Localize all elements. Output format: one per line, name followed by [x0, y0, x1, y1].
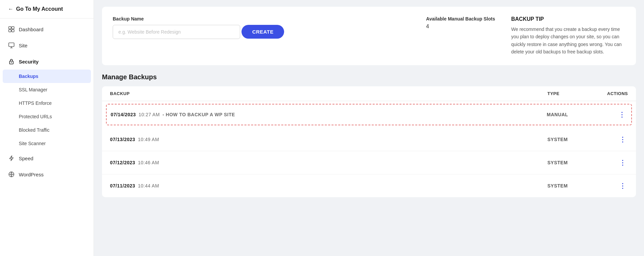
- security-label: Security: [19, 59, 39, 65]
- backup-cell-2: 07/13/2023 10:49 AM: [110, 137, 547, 142]
- backup-form: Backup Name CREATE: [113, 16, 410, 46]
- more-options-button-4[interactable]: ⋮: [617, 180, 628, 191]
- table-row: 07/14/2023 10:27 AM - How to Backup a WP…: [106, 104, 632, 125]
- backup-tip-section: BACKUP TIP We recommend that you create …: [511, 16, 625, 56]
- sidebar-item-site[interactable]: Site: [0, 37, 94, 53]
- tip-text: We recommend that you create a backup ev…: [511, 26, 625, 56]
- svg-rect-4: [9, 43, 14, 47]
- backup-time-3: 10:46 AM: [138, 160, 159, 165]
- sidebar: ← Go To My Account Dashboard: [0, 0, 94, 256]
- sidebar-sub-item-blocked-traffic[interactable]: Blocked Traffic: [0, 123, 94, 137]
- account-link-label: Go To My Account: [16, 6, 63, 12]
- wordpress-label: WordPress: [19, 172, 44, 177]
- more-options-button-1[interactable]: ⋮: [616, 109, 627, 120]
- go-to-account-button[interactable]: ← Go To My Account: [0, 0, 94, 18]
- dashboard-label: Dashboard: [19, 27, 43, 32]
- backup-type-3: System: [547, 160, 594, 165]
- manage-backups-title: Manage Backups: [102, 73, 636, 81]
- backup-type-4: System: [547, 183, 594, 188]
- backup-actions-1: ⋮: [594, 109, 627, 120]
- slots-label: Available Manual Backup Slots: [426, 16, 495, 22]
- manage-backups-section: Manage Backups Backup Type Actions 07/14…: [102, 73, 636, 197]
- backup-type-2: System: [547, 137, 594, 142]
- backup-type-1: Manual: [547, 112, 594, 117]
- sidebar-item-wordpress[interactable]: WordPress: [0, 166, 94, 182]
- backup-time-4: 10:44 AM: [138, 183, 159, 188]
- monitor-icon: [8, 42, 15, 49]
- col-header-actions: Actions: [594, 91, 628, 96]
- main-content: Backup Name CREATE Available Manual Back…: [94, 0, 644, 256]
- sidebar-sub-item-ssl-manager[interactable]: SSL Manager: [0, 83, 94, 96]
- backup-cell-4: 07/11/2023 10:44 AM: [110, 183, 547, 188]
- site-label: Site: [19, 43, 28, 48]
- backup-cell-1: 07/14/2023 10:27 AM - How to Backup a WP…: [111, 112, 547, 117]
- svg-rect-2: [9, 30, 11, 32]
- backup-actions-3: ⋮: [594, 157, 628, 168]
- slots-value: 4: [426, 24, 495, 30]
- arrow-left-icon: ←: [8, 6, 13, 12]
- backup-slots-section: Available Manual Backup Slots 4: [426, 16, 495, 30]
- svg-rect-0: [9, 27, 11, 29]
- backup-time-2: 10:49 AM: [138, 137, 159, 142]
- svg-rect-1: [12, 27, 14, 29]
- backup-date-1: 07/14/2023: [111, 112, 136, 117]
- backup-actions-2: ⋮: [594, 134, 628, 145]
- table-row: 07/11/2023 10:44 AM System ⋮: [102, 174, 636, 197]
- create-button[interactable]: CREATE: [241, 25, 284, 39]
- backup-name-label: Backup Name: [113, 16, 410, 22]
- sidebar-sub-item-https-enforce[interactable]: HTTPS Enforce: [0, 96, 94, 110]
- backup-date-4: 07/11/2023: [110, 183, 135, 188]
- sidebar-sub-item-backups[interactable]: Backups: [3, 70, 91, 83]
- col-header-type: Type: [547, 91, 594, 96]
- tip-title: BACKUP TIP: [511, 16, 625, 22]
- sidebar-item-speed[interactable]: Speed: [0, 150, 94, 166]
- svg-point-6: [11, 62, 12, 63]
- table-header: Backup Type Actions: [102, 86, 636, 101]
- backup-name-input[interactable]: [113, 25, 240, 39]
- sidebar-sub-item-site-scanner[interactable]: Site Scanner: [0, 137, 94, 150]
- col-header-backup: Backup: [110, 91, 547, 96]
- backup-date-3: 07/12/2023: [110, 160, 135, 165]
- grid-icon: [8, 26, 15, 33]
- table-row: 07/12/2023 10:46 AM System ⋮: [102, 151, 636, 174]
- table-row: 07/13/2023 10:49 AM System ⋮: [102, 128, 636, 151]
- backup-cell-3: 07/12/2023 10:46 AM: [110, 160, 547, 165]
- more-options-button-2[interactable]: ⋮: [617, 134, 628, 145]
- backups-table: Backup Type Actions 07/14/2023 10:27 AM …: [102, 86, 636, 197]
- more-options-button-3[interactable]: ⋮: [617, 157, 628, 168]
- sidebar-item-security[interactable]: Security: [0, 53, 94, 70]
- lightning-icon: [8, 155, 15, 162]
- backup-date-2: 07/13/2023: [110, 137, 135, 142]
- backup-create-card: Backup Name CREATE Available Manual Back…: [102, 7, 636, 65]
- sidebar-nav: Dashboard Site Security: [0, 18, 94, 185]
- backup-actions-4: ⋮: [594, 180, 628, 191]
- speed-label: Speed: [19, 156, 33, 161]
- sidebar-item-dashboard[interactable]: Dashboard: [0, 21, 94, 37]
- backup-time-1: 10:27 AM: [139, 112, 160, 117]
- lock-icon: [8, 58, 15, 65]
- sidebar-sub-item-protected-urls[interactable]: Protected URLs: [0, 110, 94, 123]
- svg-rect-3: [12, 30, 14, 32]
- wp-icon: [8, 171, 15, 178]
- backup-name-1: - How to Backup a WP Site: [162, 112, 235, 117]
